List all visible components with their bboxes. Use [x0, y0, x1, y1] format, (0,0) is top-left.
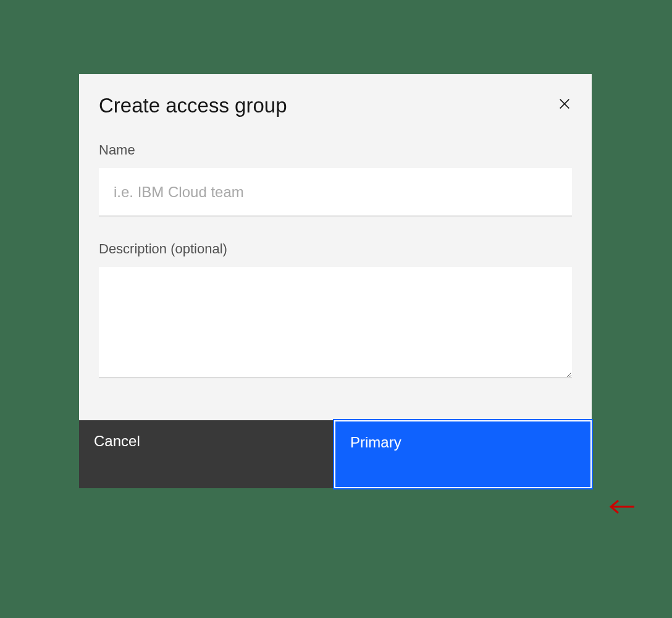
description-label: Description (optional) [99, 241, 572, 257]
modal-footer: Cancel Primary [79, 420, 592, 488]
cancel-button[interactable]: Cancel [79, 420, 334, 488]
close-icon [558, 97, 571, 111]
modal-header: Create access group [79, 74, 592, 117]
name-input[interactable] [99, 168, 572, 216]
modal-body: Name Description (optional) [79, 117, 592, 420]
name-field-group: Name [99, 142, 572, 216]
primary-button[interactable]: Primary [334, 420, 592, 488]
arrow-annotation [608, 498, 636, 518]
description-input[interactable] [99, 267, 572, 378]
close-button[interactable] [557, 96, 572, 111]
create-access-group-modal: Create access group Name Description (op… [79, 74, 592, 488]
name-label: Name [99, 142, 572, 158]
modal-title: Create access group [99, 94, 287, 117]
arrow-left-icon [608, 498, 636, 515]
description-field-group: Description (optional) [99, 241, 572, 381]
